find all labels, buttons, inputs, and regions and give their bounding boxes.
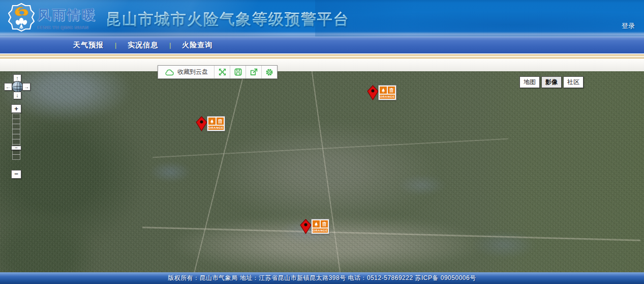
zoom-slider-track[interactable]: − <box>12 114 20 160</box>
logo-text-block: 风雨情暖 FENG YU QING NUAN <box>38 6 114 30</box>
map-toolbar: 收藏到云盘 <box>158 65 278 79</box>
flame-icon <box>208 118 216 125</box>
map-texture <box>478 71 644 272</box>
copyright-text: 版权所有：昆山市气象局 地址：江苏省昆山市新镇昆太路398号 电话：0512-5… <box>168 274 476 282</box>
cloud-icon <box>164 69 174 76</box>
layer-button-imagery[interactable]: 影像 <box>541 76 562 88</box>
save-icon <box>234 68 242 76</box>
nav-separator: | <box>164 42 176 49</box>
map-road <box>310 71 342 272</box>
save-to-cloud-label: 收藏到云盘 <box>177 68 208 76</box>
main-navbar: 天气预报 | 实况信息 | 火险查询 <box>0 37 644 54</box>
flame-icon <box>380 87 387 94</box>
footer: 版权所有：昆山市气象局 地址：江苏省昆山市新镇昆太路398号 电话：0512-5… <box>0 272 644 284</box>
badge-icons <box>380 87 395 94</box>
flame-icon <box>313 220 320 228</box>
layer-button-map[interactable]: 地图 <box>519 76 540 88</box>
login-link[interactable]: 登录 <box>622 21 635 31</box>
divider-lines <box>0 54 644 59</box>
nav-item-weather-forecast[interactable]: 天气预报 <box>67 41 110 50</box>
fire-risk-badge[interactable]: ORANGE <box>311 219 329 234</box>
export-icon <box>250 68 258 76</box>
zoom-in-button[interactable]: + <box>11 104 21 113</box>
share-button[interactable] <box>246 66 261 78</box>
badge-icons <box>208 118 224 125</box>
pan-left-button[interactable]: ← <box>4 83 12 91</box>
matches-icon <box>321 220 328 228</box>
fullscreen-icon <box>219 68 226 76</box>
warning-level-label: ORANGE <box>208 126 224 130</box>
save-image-button[interactable] <box>230 66 246 78</box>
nav-item-fire-risk-query[interactable]: 火险查询 <box>176 41 219 50</box>
map-texture <box>0 81 173 265</box>
map-canvas[interactable] <box>0 71 644 272</box>
pan-right-button[interactable]: → <box>22 83 30 91</box>
nav-item-live-info[interactable]: 实况信息 <box>121 41 164 50</box>
map-texture <box>0 71 163 132</box>
fullscreen-button[interactable] <box>214 66 230 78</box>
zoom-slider-handle[interactable]: − <box>11 146 21 150</box>
logo-title: 风雨情暖 <box>38 6 114 24</box>
map-texture <box>102 132 559 265</box>
content-gap-strip <box>0 54 644 71</box>
map-road <box>142 226 640 241</box>
warning-pin-icon[interactable] <box>196 116 207 131</box>
header: 风雨情暖 FENG YU QING NUAN 昆山市城市火险气象等级预警平台 登… <box>0 0 644 37</box>
fire-risk-badge[interactable]: ORANGE <box>378 85 396 100</box>
warning-level-label: ORANGE <box>313 229 328 233</box>
pan-down-button[interactable]: ↓ <box>13 92 21 99</box>
site-logo-emblem-icon <box>8 3 35 32</box>
zoom-out-button[interactable]: − <box>11 170 21 179</box>
map-layer-switcher: 地图 影像 社区 <box>519 76 584 88</box>
logo-subtitle: FENG YU QING NUAN <box>38 25 114 30</box>
warning-pin-icon[interactable] <box>300 219 312 234</box>
warning-pin-icon[interactable] <box>367 85 379 100</box>
map-texture <box>142 209 529 272</box>
matches-icon <box>388 87 395 94</box>
nav-items: 天气预报 | 实况信息 | 火险查询 <box>67 41 219 50</box>
page: 风雨情暖 FENG YU QING NUAN 昆山市城市火险气象等级预警平台 登… <box>0 0 644 284</box>
nav-separator: | <box>110 42 121 49</box>
layer-button-community[interactable]: 社区 <box>563 76 584 88</box>
settings-icon <box>265 68 273 76</box>
fire-risk-badge[interactable]: ORANGE <box>207 116 225 131</box>
save-to-cloud-button[interactable]: 收藏到云盘 <box>158 66 214 78</box>
page-title: 昆山市城市火险气象等级预警平台 <box>106 9 350 30</box>
map-texture <box>0 71 644 272</box>
map-texture <box>0 188 132 272</box>
map-road <box>152 138 508 158</box>
badge-icons <box>313 220 328 228</box>
header-wave-decoration <box>315 0 644 37</box>
settings-button[interactable] <box>261 66 277 78</box>
matches-icon <box>217 118 224 125</box>
map-road <box>193 71 246 272</box>
pan-center-globe-button[interactable] <box>12 81 23 93</box>
zoom-tick[interactable] <box>12 154 20 160</box>
warning-level-label: ORANGE <box>380 95 395 99</box>
